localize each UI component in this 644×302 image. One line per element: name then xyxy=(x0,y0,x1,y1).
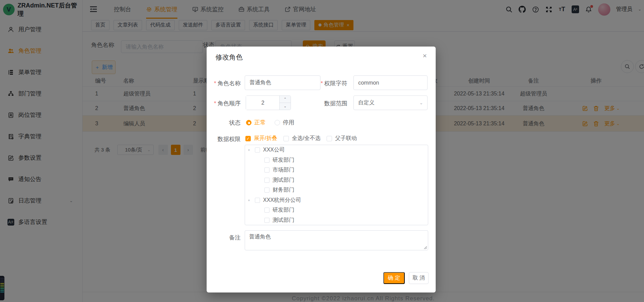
status-radio-normal[interactable]: 正常 xyxy=(246,119,266,126)
checkbox-icon[interactable] xyxy=(264,158,269,163)
checkbox-icon[interactable] xyxy=(255,198,260,203)
checkbox-label: 展开/折叠 xyxy=(254,135,277,142)
remark-textarea[interactable]: 普通角色 xyxy=(245,230,428,250)
parent-child-link-checkbox[interactable]: 父子联动 xyxy=(327,135,357,142)
tree-node-child[interactable]: 财务部门 xyxy=(245,185,428,195)
tree-expand-caret-icon[interactable]: ▾ xyxy=(248,198,252,202)
perm-char-label: 权限字符 xyxy=(320,79,347,87)
tree-expand-caret-icon[interactable]: ▾ xyxy=(248,148,252,152)
radio-label: 正常 xyxy=(254,119,266,126)
checkbox-icon[interactable] xyxy=(264,167,269,173)
data-scope-value: 自定义 xyxy=(358,99,375,106)
edit-role-dialog: 修改角色 × 角色名称 权限字符 角色顺序 ⌃ ⌄ 数据范围 自定义 ⌄ 状态 … xyxy=(207,47,436,292)
decrease-button[interactable]: ⌄ xyxy=(280,103,291,110)
checkbox-icon[interactable] xyxy=(264,218,269,223)
tree-node-label: 市场部门 xyxy=(273,166,294,174)
status-radio-disabled[interactable]: 停用 xyxy=(275,119,294,126)
dialog-title: 修改角色 xyxy=(215,53,243,62)
radio-icon xyxy=(246,120,251,125)
tree-node-label: XXX公司 xyxy=(263,146,285,154)
role-name-input[interactable] xyxy=(245,75,320,90)
data-scope-label: 数据范围 xyxy=(324,100,347,107)
tree-node-label: 测试部门 xyxy=(273,177,294,184)
remark-label: 备注 xyxy=(229,234,241,242)
increase-button[interactable]: ⌃ xyxy=(280,96,291,103)
perm-char-input[interactable] xyxy=(353,75,428,90)
role-order-label: 角色顺序 xyxy=(214,100,241,107)
checkbox-icon xyxy=(283,136,289,141)
tree-node-child[interactable]: 测试部门 xyxy=(245,215,428,226)
select-all-checkbox[interactable]: 全选/全不选 xyxy=(283,135,320,142)
checkbox-icon[interactable] xyxy=(264,178,269,183)
tree-node-child[interactable]: 市场部门 xyxy=(245,165,428,175)
expand-collapse-checkbox[interactable]: ✓ 展开/折叠 xyxy=(245,135,277,142)
tree-node-root[interactable]: ▾ XXX公司 xyxy=(245,145,428,155)
status-label: 状态 xyxy=(229,119,241,127)
app-root: V ZRAdmin.NET后台管理 用户管理 角色管理 菜单管理 部门管理 xyxy=(0,0,644,302)
data-scope-select[interactable]: 自定义 ⌄ xyxy=(353,95,428,110)
tree-node-label: XXX杭州分公司 xyxy=(263,197,301,204)
close-dialog-icon[interactable]: × xyxy=(423,52,427,59)
tree-node-root[interactable]: ▾ XXX杭州分公司 xyxy=(245,195,428,206)
role-order-input[interactable] xyxy=(246,96,280,110)
cancel-button[interactable]: 取 消 xyxy=(409,272,429,284)
checkbox-label: 全选/全不选 xyxy=(292,135,320,142)
tree-node-label: 研发部门 xyxy=(273,207,294,214)
checkbox-icon: ✓ xyxy=(245,136,251,141)
tree-node-label: 测试部门 xyxy=(273,217,294,224)
radio-icon xyxy=(275,120,280,125)
checkbox-icon[interactable] xyxy=(264,208,269,213)
tree-node-child[interactable]: 测试部门 xyxy=(245,175,428,185)
radio-label: 停用 xyxy=(283,119,294,126)
department-tree: ▾ XXX公司 研发部门 市场部门 测试部门 财务部门 ▾ xyxy=(245,145,428,225)
tree-node-label: 财务部门 xyxy=(273,186,294,194)
role-name-label: 角色名称 xyxy=(214,79,241,87)
checkbox-icon[interactable] xyxy=(255,147,260,153)
tree-node-child[interactable]: 研发部门 xyxy=(245,205,428,215)
data-permission-label: 数据权限 xyxy=(217,135,241,143)
tree-node-label: 研发部门 xyxy=(273,157,294,164)
checkbox-icon[interactable] xyxy=(264,188,269,193)
confirm-button[interactable]: 确 定 xyxy=(383,272,405,284)
role-order-stepper: ⌃ ⌄ xyxy=(246,95,291,110)
chevron-down-icon: ⌄ xyxy=(419,100,423,105)
tree-node-child[interactable]: 研发部门 xyxy=(245,155,428,165)
checkbox-label: 父子联动 xyxy=(335,135,357,142)
checkbox-icon xyxy=(327,136,332,141)
